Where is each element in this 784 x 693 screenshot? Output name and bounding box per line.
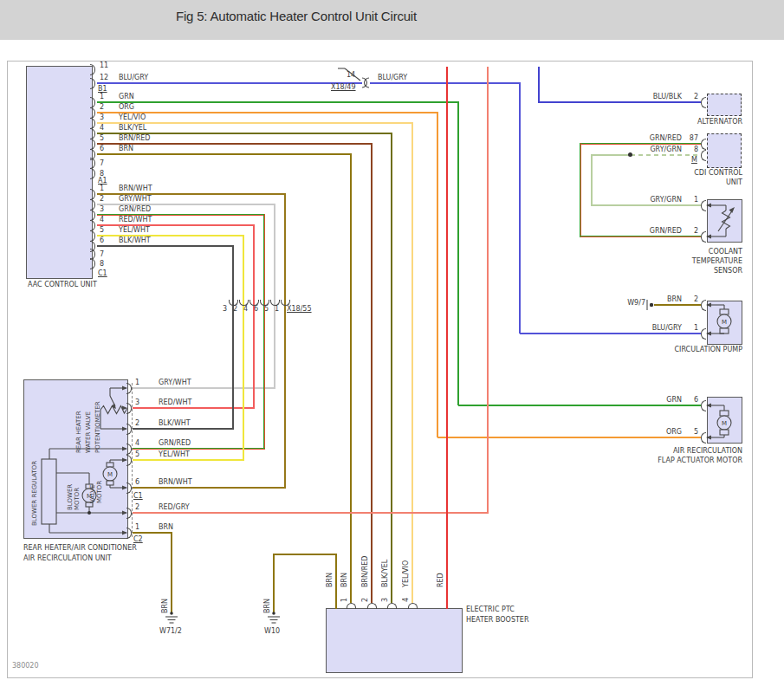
wire-label-gry-wht: GRY/WHT: [119, 195, 152, 204]
wire-label-blk-yel: BLK/YEL: [119, 124, 146, 133]
wire-label-gry-wht: GRY/WHT: [159, 379, 191, 387]
aac-b1-pin: 3: [100, 113, 104, 122]
wiring-diagram-page: Fig 5: Automatic Heater Control Unit Cir…: [0, 0, 784, 693]
valve-motor-label-1: VALVE: [89, 485, 96, 503]
aac-a1-pin: 3: [100, 205, 104, 214]
wire-label-red-wht: RED/WHT: [119, 216, 152, 224]
wire-label-yel-wht: YEL/WHT: [159, 450, 190, 459]
wire-grn-red: [580, 143, 581, 237]
wire-brn-wht: [133, 487, 286, 489]
aac-a1-pin: 1: [100, 185, 104, 193]
wire-label-brn-wht: BRN/WHT: [159, 478, 192, 487]
wire-label-brn: BRN: [119, 145, 133, 153]
x18-55-pin: 3: [220, 305, 227, 314]
wire-grn: [457, 101, 459, 405]
wire-brn-red: [371, 143, 373, 603]
alternator-pin: 2: [686, 93, 698, 101]
pump-pin-2: 2: [686, 295, 698, 304]
aac-b1-pin: 5: [100, 134, 104, 143]
wire-blu-gry: [97, 82, 362, 84]
aac-a1-pin-7: 7: [100, 250, 104, 259]
connector-label-x18-55[interactable]: X18/55: [287, 305, 312, 314]
wire-label-yel-wht: YEL/WHT: [119, 226, 150, 235]
connector-label-x18-49[interactable]: X18/49: [331, 83, 356, 92]
wire-grn-red: [580, 236, 701, 237]
coolant-label-line1: COOLANT: [667, 248, 742, 256]
wire-brn: [654, 304, 701, 306]
wire-brn-wht: [284, 193, 286, 489]
wire-gry-wht: [274, 204, 275, 389]
wire-label-grn-red: GRN/RED: [619, 134, 682, 143]
wire-label-red-gry: RED/GRY: [159, 503, 190, 512]
pot-label-line1: REAR HEATER: [75, 411, 82, 453]
wire-label-blu-gry: BLU/GRY: [378, 74, 407, 82]
valve-motor-label-2: MOTOR: [96, 481, 103, 503]
wire-label-blk-wht: BLK/WHT: [119, 236, 151, 245]
aac-a1-pin-8: 8: [100, 260, 104, 269]
wire-label-grn-red: GRN/RED: [119, 205, 151, 214]
cdi-pin-8: 8: [686, 146, 698, 154]
aac-a1-pin: 4: [100, 216, 104, 224]
wire-label-gry-grn: GRY/GRN: [619, 196, 682, 204]
connector-arc: [347, 603, 356, 609]
connector-label-c2[interactable]: C2: [133, 535, 143, 544]
wire-label-grn: GRN: [119, 93, 134, 101]
thermistor-symbol: [701, 198, 746, 244]
wire-yel-vio: [411, 122, 413, 603]
wire-brn: [273, 554, 275, 613]
wire-brn-red: [97, 143, 372, 145]
wire-gry-grn: [591, 154, 593, 206]
aac-control-unit-label: AAC CONTROL UNIT: [28, 281, 97, 289]
ptc-heater-booster-box: [326, 608, 463, 673]
aac-b1-pin: 6: [100, 145, 104, 153]
pot-label-line3: POTENTIOMETER: [94, 401, 101, 453]
cdi-ground-ref[interactable]: M: [691, 156, 697, 165]
flap-pin-6: 6: [686, 396, 698, 405]
wire-label-grn-red: GRN/RED: [619, 227, 682, 236]
aac-pin-11: 11: [100, 62, 108, 70]
wire-blu-gry: [519, 82, 521, 334]
wire-label-brn: BRN: [641, 295, 682, 304]
wire-blk-wht: [133, 428, 234, 430]
cdi-label-line1: CDI CONTROL: [667, 169, 742, 178]
wire-brn: [335, 554, 337, 609]
wire-brn: [133, 532, 172, 534]
ptc-pin-2: 2: [361, 593, 370, 602]
wire-label-org: ORG: [119, 103, 134, 112]
pump-pin-1: 1: [686, 324, 698, 333]
ground-label-w9-7: W9/7: [615, 299, 645, 308]
ptc-pin-1: 1: [340, 593, 349, 602]
connector-label-c1[interactable]: C1: [98, 269, 107, 278]
rear-pin: 1: [135, 523, 139, 532]
wire-gry-grn: [592, 204, 701, 206]
ptc-pin-4: 4: [402, 593, 411, 602]
wire-grn-red: [580, 143, 701, 145]
ptc-label-line2: HEATER BOOSTER: [466, 616, 528, 625]
motor-m: M: [107, 471, 113, 478]
connector-arc: [701, 97, 706, 108]
wire-label-blk-yel-vertical: BLK/YEL: [381, 551, 390, 587]
aac-b1-pin: 2: [100, 103, 104, 112]
rear-pin: 6: [135, 478, 139, 487]
ground-label-w71-2: W71/2: [159, 627, 182, 636]
blower-motor-label-2: MOTOR: [74, 488, 81, 510]
wire-brn: [350, 153, 352, 603]
wire-red-wht: [133, 407, 255, 409]
cdi-pin-87: 87: [686, 134, 698, 143]
wire-label-org: ORG: [641, 428, 682, 437]
x18-55-pin: 1: [272, 305, 279, 314]
coolant-pin-2: 2: [686, 227, 698, 236]
connector-label-c1[interactable]: C1: [133, 492, 143, 501]
alternator-box: [707, 94, 742, 116]
wire-label-grn-red: GRN/RED: [159, 439, 191, 448]
coolant-label-line3: SENSOR: [667, 267, 742, 275]
coolant-pin-1: 1: [686, 196, 698, 204]
wire-blu-blk: [538, 67, 540, 103]
wire-label-red-wht: RED/WHT: [159, 398, 191, 407]
motor-m: M: [722, 420, 727, 427]
coolant-label-line2: TEMPERATURE: [667, 257, 742, 266]
wire-label-brn-vertical: BRN: [326, 567, 334, 587]
aac-control-unit-box: [26, 66, 93, 279]
wire-gry-grn-dashed: [631, 154, 701, 156]
wire-red-gry: [133, 512, 488, 514]
